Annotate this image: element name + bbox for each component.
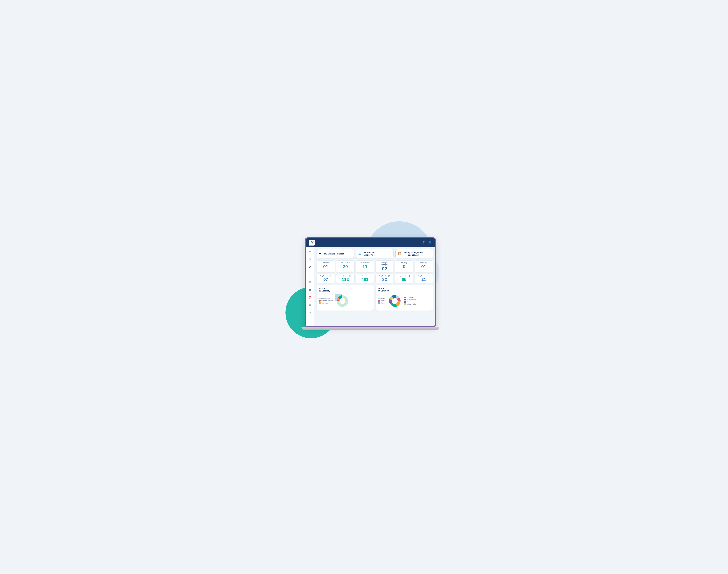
stat-initiation: Initiation 01 bbox=[316, 260, 335, 273]
pie-chart-location bbox=[388, 294, 402, 308]
navbar-icons: 📍 👤 bbox=[422, 241, 432, 245]
sidebar-item-help[interactable]: ? bbox=[307, 311, 312, 316]
navbar: ✕ 📍 👤 bbox=[306, 238, 435, 247]
legend-label-ontario: Ontario bbox=[381, 298, 385, 299]
duration-startup-label: Avg Duration (d) bbox=[397, 275, 412, 277]
stat-startup: Start-Up 0 bbox=[395, 260, 413, 273]
x-logo-text: ✕ bbox=[310, 241, 313, 245]
legend-label-organization: Organization bbox=[321, 298, 330, 299]
chart-location-legend-right: California Corporate HQ Denver bbox=[404, 297, 417, 305]
stat-design-analysis: Design & Analysis 02 bbox=[375, 260, 394, 273]
stat-initiation-label: Initiation bbox=[318, 262, 333, 264]
legend-label-london: London bbox=[381, 300, 385, 301]
sidebar-item-home[interactable]: ⌂ bbox=[307, 249, 312, 254]
duration-pre-approval-label: Avg Duration (d) bbox=[338, 275, 353, 277]
chart-location-title: MOC's by Location bbox=[378, 287, 430, 292]
legend-item-operations: Operations bbox=[319, 302, 333, 304]
legend-dot-california bbox=[404, 297, 406, 298]
legend-label-calgary: Calgary Facility bbox=[407, 303, 417, 305]
duration-initiation-label: Avg Duration (d) bbox=[318, 275, 333, 277]
stat-design-value: 02 bbox=[377, 266, 392, 271]
duration-startup-value: 05 bbox=[397, 277, 412, 282]
legend-item-corporate-hq: Corporate HQ bbox=[404, 299, 417, 300]
stat-pre-approval-label: Pre-Approval bbox=[338, 262, 353, 264]
legend-item-denver: Denver bbox=[404, 301, 417, 303]
chart-location-legend-left: Ontario London Illinois bbox=[378, 298, 385, 304]
duration-initiation-value: 07 bbox=[318, 277, 333, 282]
legend-label-denver: Denver bbox=[407, 301, 411, 303]
user-icon[interactable]: 👤 bbox=[428, 241, 432, 245]
stat-evaluation-value: 11 bbox=[357, 264, 372, 269]
legend-label-industrial: Industrial Process bbox=[321, 300, 333, 301]
duration-evaluation: Avg Duration (d) 481 bbox=[356, 274, 374, 283]
sidebar-item-settings[interactable]: ⚙ bbox=[307, 303, 312, 308]
sidebar-item-grid[interactable]: ⊞ bbox=[307, 280, 312, 285]
legend-label-corporate-hq: Corporate HQ bbox=[407, 299, 416, 300]
legend-dot-calgary bbox=[404, 303, 406, 305]
duration-followup-value: 21 bbox=[416, 277, 431, 282]
chart-by-category: MOC's by Category Organization bbox=[316, 285, 374, 311]
sidebar-item-calendar[interactable]: 📅 bbox=[307, 295, 312, 300]
stat-pre-approval: Pre-Approval 20 bbox=[336, 260, 354, 273]
new-change-request-button[interactable]: + New Change Request bbox=[316, 249, 354, 258]
stat-startup-label: Start-Up bbox=[397, 262, 412, 264]
duration-design-value: 82 bbox=[377, 277, 392, 282]
duration-evaluation-value: 481 bbox=[357, 277, 372, 282]
chart-category-content: Organization Industrial Process Operatio… bbox=[319, 294, 371, 308]
duration-startup: Avg Duration (d) 05 bbox=[395, 274, 413, 283]
chart-location-content: Ontario London Illinois bbox=[378, 294, 430, 308]
scene: ✕ 📍 👤 ⌂ ⊕ 🚀 ✓ ⊞ ◉ 📅 ⚙ bbox=[292, 231, 436, 343]
location-icon[interactable]: 📍 bbox=[422, 241, 426, 245]
chart-by-location: MOC's by Location Ontario Lon bbox=[376, 285, 433, 311]
duration-followup-label: Avg Duration (d) bbox=[416, 275, 431, 277]
legend-dot-denver bbox=[404, 301, 406, 303]
overdue-moc-button[interactable]: ⚠ Overdue MOC Approvals bbox=[356, 249, 393, 258]
duration-design: Avg Duration (d) 82 bbox=[375, 274, 394, 283]
stat-evaluation-label: Evaluation bbox=[357, 262, 372, 264]
top-actions: + New Change Request ⚠ Overdue MOC Appro… bbox=[316, 249, 433, 258]
chart-category-legend: Organization Industrial Process Operatio… bbox=[319, 298, 333, 304]
overdue-moc-label: Overdue MOC Approvals bbox=[362, 251, 377, 256]
laptop-base bbox=[302, 327, 439, 330]
sidebar: ⌂ ⊕ 🚀 ✓ ⊞ ◉ 📅 ⚙ ? bbox=[306, 247, 314, 327]
pie-chart-category bbox=[335, 294, 350, 308]
sidebar-item-share[interactable]: ⊕ bbox=[307, 256, 312, 262]
legend-label-california: California bbox=[407, 297, 413, 298]
legend-item-illinois: Illinois bbox=[378, 302, 385, 304]
legend-label-operations: Operations bbox=[321, 302, 329, 304]
stat-pre-approval-value: 20 bbox=[338, 264, 353, 269]
legend-dot-illinois bbox=[378, 302, 380, 304]
sidebar-item-launch[interactable]: 🚀 bbox=[307, 264, 312, 270]
stat-followup-value: 01 bbox=[416, 264, 431, 269]
duration-design-label: Avg Duration (d) bbox=[377, 275, 392, 277]
legend-dot-london bbox=[378, 300, 380, 301]
sidebar-item-view[interactable]: ◉ bbox=[307, 287, 312, 292]
stat-design-label: Design & Analysis bbox=[377, 262, 392, 266]
main-layout: ⌂ ⊕ 🚀 ✓ ⊞ ◉ 📅 ⚙ ? + New Ch bbox=[306, 247, 435, 327]
stat-followup: Follow-Up 01 bbox=[415, 260, 433, 273]
charts-section: MOC's by Category Organization bbox=[316, 285, 433, 311]
legend-dot-corporate-hq bbox=[404, 299, 406, 300]
stat-startup-value: 0 bbox=[397, 264, 412, 269]
clipboard-icon: 📋 bbox=[398, 252, 401, 255]
stat-initiation-value: 01 bbox=[318, 264, 333, 269]
legend-item-organization: Organization bbox=[319, 298, 333, 299]
duration-pre-approval-value: 112 bbox=[338, 277, 353, 282]
duration-initiation: Avg Duration (d) 07 bbox=[316, 274, 335, 283]
duration-followup: Avg Duration (d) 21 bbox=[415, 274, 433, 283]
chart-category-title: MOC's by Category bbox=[319, 287, 371, 292]
legend-item-california: California bbox=[404, 297, 417, 298]
legend-dot-operations bbox=[319, 302, 320, 304]
legend-dot-organization bbox=[319, 298, 320, 299]
svg-point-1 bbox=[340, 298, 345, 304]
content-area: + New Change Request ⚠ Overdue MOC Appro… bbox=[314, 247, 435, 327]
sidebar-item-tasks[interactable]: ✓ bbox=[307, 272, 312, 277]
quality-dashboard-button[interactable]: 📋 Quality Management Dashboard bbox=[395, 249, 433, 258]
duration-pre-approval: Avg Duration (d) 112 bbox=[336, 274, 354, 283]
duration-evaluation-label: Avg Duration (d) bbox=[357, 275, 372, 277]
legend-dot-ontario bbox=[378, 298, 380, 299]
stat-evaluation: Evaluation 11 bbox=[356, 260, 374, 273]
duration-grid: Avg Duration (d) 07 Avg Duration (d) 112… bbox=[316, 274, 433, 283]
plus-icon: + bbox=[319, 252, 321, 256]
quality-dashboard-label: Quality Management Dashboard bbox=[403, 251, 423, 256]
